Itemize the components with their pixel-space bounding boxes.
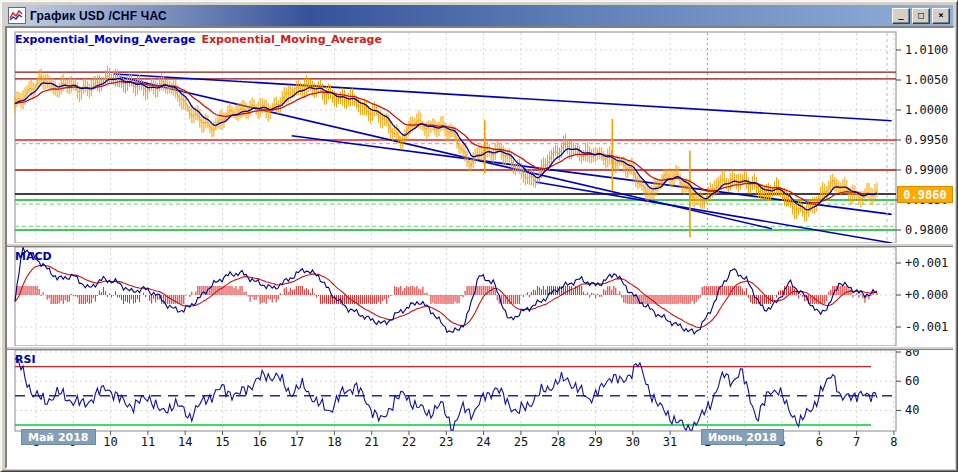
chart-canvas[interactable]: 8910111415161718212223242528293031145678…: [7, 28, 953, 467]
month-label-june: Июнь 2018: [701, 429, 784, 445]
svg-text:+0.001: +0.001: [905, 256, 948, 270]
svg-text:7: 7: [853, 435, 860, 449]
svg-text:0.9950: 0.9950: [905, 133, 948, 147]
svg-text:40: 40: [905, 403, 919, 417]
svg-text:28: 28: [551, 435, 565, 449]
chart-client-area: 8910111415161718212223242528293031145678…: [5, 26, 955, 469]
svg-text:1.0050: 1.0050: [905, 73, 948, 87]
current-price-tag: 0.9860: [897, 186, 953, 203]
minimize-button[interactable]: _: [892, 8, 910, 24]
svg-text:30: 30: [626, 435, 640, 449]
chart-icon[interactable]: [8, 7, 26, 24]
svg-text:29: 29: [588, 435, 602, 449]
window-title: График USD /CHF ЧАС: [30, 9, 167, 23]
close-button[interactable]: ×: [932, 8, 950, 24]
svg-text:-0.001: -0.001: [905, 320, 948, 334]
svg-text:10: 10: [103, 435, 117, 449]
svg-text:18: 18: [327, 435, 341, 449]
svg-text:60: 60: [905, 374, 919, 388]
indicator-legend: Exponential_Moving_AverageExponential_Mo…: [15, 33, 382, 46]
svg-text:11: 11: [141, 435, 155, 449]
svg-text:0.9900: 0.9900: [905, 163, 948, 177]
svg-text:31: 31: [663, 435, 677, 449]
svg-text:+0.000: +0.000: [905, 288, 948, 302]
svg-text:16: 16: [253, 435, 267, 449]
ema-blue-legend: Exponential_Moving_Average: [15, 33, 195, 46]
svg-text:17: 17: [290, 435, 304, 449]
svg-text:25: 25: [514, 435, 528, 449]
svg-text:22: 22: [402, 435, 416, 449]
svg-text:1.0000: 1.0000: [905, 103, 948, 117]
svg-text:8: 8: [890, 435, 897, 449]
maximize-button[interactable]: □: [912, 8, 930, 24]
svg-text:21: 21: [364, 435, 378, 449]
app-window: График USD /CHF ЧАС _ □ × 89101114151617…: [0, 0, 958, 472]
svg-text:6: 6: [816, 435, 823, 449]
svg-text:1.0100: 1.0100: [905, 43, 948, 57]
svg-text:23: 23: [439, 435, 453, 449]
svg-text:0.9800: 0.9800: [905, 223, 948, 237]
month-label-may: Май 2018: [21, 429, 96, 445]
macd-panel-label: MACD: [15, 250, 52, 263]
svg-text:24: 24: [476, 435, 490, 449]
title-bar[interactable]: График USD /CHF ЧАС _ □ ×: [5, 5, 953, 26]
ema-red-legend: Exponential_Moving_Average: [201, 33, 381, 46]
rsi-panel-label: RSI: [15, 353, 36, 366]
svg-text:15: 15: [215, 435, 229, 449]
svg-text:14: 14: [178, 435, 192, 449]
